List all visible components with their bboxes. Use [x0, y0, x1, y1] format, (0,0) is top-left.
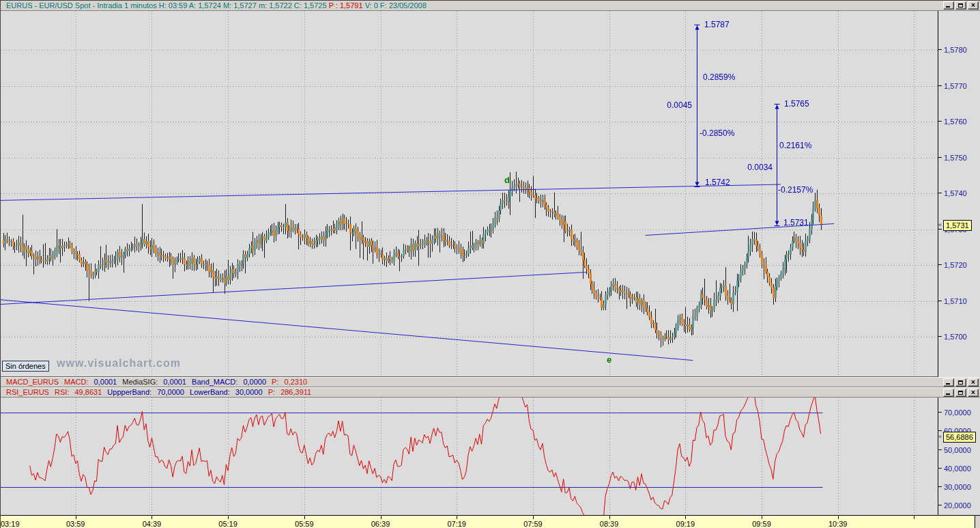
current-value-text: 56,6886 [943, 432, 976, 443]
axis-tick-label: 30,0000 [938, 483, 971, 491]
time-axis-label: 03:59 [66, 520, 85, 528]
time-tick [228, 516, 229, 519]
time-axis-label: 07:19 [447, 520, 466, 528]
upperband-value: 70,0000 [157, 388, 184, 396]
time-axis-label: 07:59 [523, 520, 543, 528]
minimize-icon [946, 383, 950, 385]
price-axis: 1,57801,57701,57601,57501,57401,57301,57… [938, 11, 980, 377]
macd-minimize-button[interactable] [943, 378, 954, 387]
bandmacd-label: Band_MACD: [192, 378, 237, 386]
time-tick [914, 516, 914, 519]
axis-tick-label: 50,0000 [938, 446, 971, 454]
measure2-down-percent-label: -0.2157% [778, 185, 813, 195]
rsi-panel-header: RSI_EURUS RSI: 49,8631 UppperBand: 70,00… [1, 387, 980, 398]
mediasig-value: 0,0001 [163, 378, 186, 386]
maximize-icon [958, 380, 963, 385]
rsi-value: 49,8631 [75, 388, 102, 396]
axis-tick-label: 1,5710 [938, 297, 967, 305]
rsi-p-value: 286,3911 [280, 388, 311, 396]
time-axis-label: 09:59 [752, 520, 771, 528]
time-axis-label: 03:19 [1, 520, 20, 528]
measure2-bottom-price-label: 1.5731 [783, 218, 809, 227]
time-axis-label: 05:59 [295, 520, 314, 528]
maximize-icon [958, 3, 963, 8]
minimize-button[interactable] [943, 1, 954, 10]
wave-label-e: e [607, 355, 611, 365]
rsi-header-text: RSI_EURUS RSI: 49,8631 UppperBand: 70,00… [6, 388, 315, 397]
rsi-chart-canvas[interactable] [1, 398, 938, 515]
axis-tick-label: 1,5740 [938, 189, 967, 197]
close-icon: × [968, 378, 978, 387]
price-chart-area[interactable]: d e 1.5787 0.2859% 0.0045 -0.2850% 1.574… [1, 11, 938, 377]
time-tick [381, 516, 381, 519]
time-tick [762, 516, 762, 519]
bandmacd-value: 0,0000 [243, 378, 266, 386]
macd-panel-controls: × [943, 378, 979, 387]
close-button[interactable]: × [968, 1, 979, 10]
upperband-label: UppperBand: [107, 388, 152, 396]
rsi-p-label: P: [268, 388, 275, 396]
time-tick [457, 516, 457, 519]
axis-tick-label: 1,5760 [938, 117, 967, 126]
minimize-icon [946, 393, 950, 395]
visualchart-watermark: www.visualchart.com [57, 357, 181, 370]
macd-p-value: 0,2310 [285, 378, 308, 386]
time-axis-label: 10:39 [828, 520, 848, 528]
macd-label: MACD: [64, 378, 88, 386]
maximize-icon [958, 391, 963, 395]
time-tick [609, 516, 610, 519]
orders-status-box: Sin órdenes [2, 361, 49, 372]
rsi-axis: 70,000060,000050,000040,000030,000020,00… [938, 398, 980, 515]
macd-panel-header: MACD_EURUS MACD: 0,0001 MediaSIG: 0,0001… [1, 377, 980, 387]
axis-tick-label: 1,5720 [938, 261, 967, 269]
time-axis-label: 09:19 [676, 520, 695, 528]
rsi-maximize-button[interactable] [955, 389, 966, 397]
current-value-marker-icon: « [938, 221, 942, 228]
measure1-up-percent-label: 0.2859% [703, 72, 735, 82]
rsi-close-button[interactable]: × [968, 389, 979, 397]
time-axis: 03:1903:5904:3905:1905:5906:3907:1907:59… [1, 515, 980, 528]
measure1-bottom-price-label: 1.5742 [705, 178, 730, 187]
time-tick [533, 516, 534, 519]
current-value-text: 1,5731 [943, 220, 972, 231]
measure2-range-label: 0.0034 [738, 163, 773, 172]
time-axis-label: 08:39 [600, 520, 619, 528]
macd-maximize-button[interactable] [955, 378, 966, 387]
axis-corner [975, 516, 980, 528]
time-axis-label: 06:39 [371, 520, 390, 528]
axis-tick-label: 70,0000 [938, 408, 971, 417]
time-tick [685, 516, 686, 519]
time-tick [838, 516, 839, 519]
measure1-range-label: 0.0045 [658, 100, 692, 110]
minimize-icon [946, 6, 950, 8]
macd-p-label: P: [272, 378, 278, 386]
axis-tick-label: 1,5770 [938, 82, 967, 90]
axis-tick-label: 20,0000 [938, 501, 971, 510]
current-value-marker-icon: « [938, 433, 942, 440]
titlebar-volume-date: V: 0 F: 23/05/2008 [365, 1, 427, 10]
time-tick [152, 516, 152, 519]
measure1-down-percent-label: -0.2850% [700, 128, 734, 138]
time-axis-label: 04:39 [143, 520, 162, 528]
window-controls: × [943, 1, 979, 10]
close-icon: × [968, 1, 978, 10]
rsi-chart-area[interactable] [1, 398, 938, 515]
axis-tick-label: 1,5700 [938, 333, 967, 341]
axis-tick-label: 1,5750 [938, 154, 967, 162]
measure2-top-price-label: 1.5765 [784, 99, 809, 109]
close-icon: × [968, 389, 978, 397]
macd-indicator-name: MACD_EURUS [6, 378, 59, 386]
lowerband-value: 30,0000 [235, 388, 263, 396]
time-tick [304, 516, 305, 519]
macd-header-text: MACD_EURUS MACD: 0,0001 MediaSIG: 0,0001… [6, 378, 311, 387]
titlebar-symbol-info: EURUS - EUR/USD Spot - Intradia 1 minuto… [6, 1, 327, 10]
lowerband-label: LowerBand: [190, 388, 230, 396]
rsi-indicator-name: RSI_EURUS [6, 388, 49, 396]
chart-window: EURUS - EUR/USD Spot - Intradia 1 minuto… [0, 0, 980, 528]
rsi-minimize-button[interactable] [943, 389, 954, 397]
chart-titlebar: EURUS - EUR/USD Spot - Intradia 1 minuto… [1, 1, 980, 11]
rsi-panel-controls: × [943, 389, 979, 397]
rsi-label: RSI: [55, 388, 69, 396]
maximize-button[interactable] [955, 1, 966, 10]
macd-close-button[interactable]: × [968, 378, 979, 387]
